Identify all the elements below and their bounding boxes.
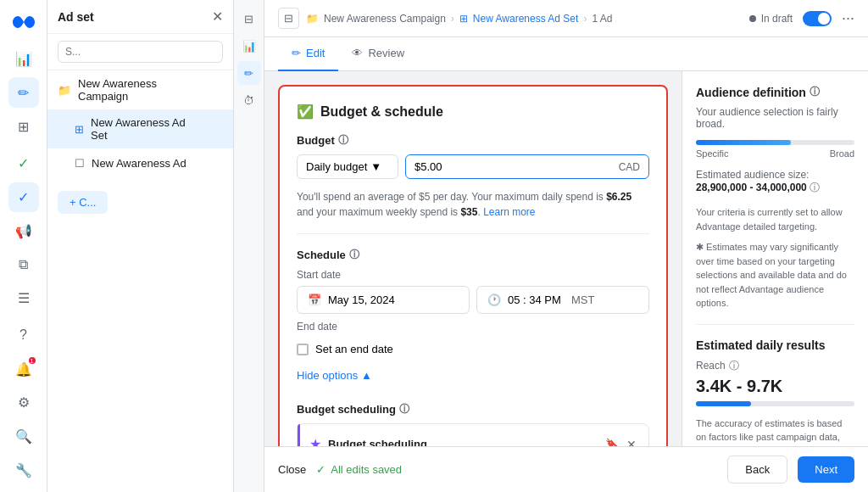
speaker-sidebar-btn[interactable]: 📢 [8,215,39,246]
tab-edit[interactable]: ✏ Edit [278,37,338,71]
chart-sidebar-btn[interactable]: 📊 [8,44,39,75]
nav-item-campaign[interactable]: 📁 New Awareness Campaign ··· [47,70,233,109]
start-date-label: Start date [297,269,649,281]
panel-toggle-btn[interactable]: ⊟ [278,8,299,29]
check-circle-icon: ✅ [297,103,314,120]
audience-bar-track [696,140,854,145]
adset-icon: ⊞ [75,123,84,136]
audience-size: Estimated audience size: 28,900,000 - 34… [696,169,854,195]
meta-logo[interactable] [8,7,39,37]
check-sidebar-btn[interactable]: ✓ [8,148,39,179]
learn-more-link[interactable]: Learn more [483,206,535,218]
panel-icon-btn[interactable]: ⊟ [237,7,261,31]
notification-sidebar-btn[interactable]: 🔔 1 [8,354,39,384]
budget-label: Budget ⓘ [297,133,649,148]
star-icon: ★ [309,436,321,446]
audience-note2-text: Estimates may vary significantly over ti… [696,242,847,308]
back-btn[interactable]: Back [727,456,787,484]
budget-amount-input[interactable] [415,160,619,173]
audience-title: Audience definition ⓘ [696,85,854,99]
budget-type-select[interactable]: Daily budget ▼ [297,154,398,179]
nav-item-ad[interactable]: ☐ New Awareness Ad ··· [47,148,233,177]
rp-divider [696,324,854,325]
end-date-checkbox[interactable] [297,344,309,355]
panel-nav-close-btn[interactable]: ✕ [212,8,223,25]
close-btn[interactable]: Close [278,458,306,481]
start-date-field[interactable]: 📅 May 15, 2024 [297,286,470,314]
end-date-row: Set an end date [297,343,649,355]
status-label: In draft [761,13,793,25]
budget-label-text: Budget [297,134,335,147]
edit-pencil-btn[interactable]: ✏ [237,61,261,85]
audience-size-value: 28,900,000 - 34,000,000 [696,182,807,193]
breadcrumb: 📁 New Awareness Campaign › ⊞ New Awarene… [306,13,612,25]
reach-bar-fill [696,401,751,406]
next-btn[interactable]: Next [798,456,854,483]
menu-sidebar-btn[interactable]: ☰ [8,283,39,314]
tab-review[interactable]: 👁 Review [338,37,418,71]
edr-note: The accuracy of estimates is based on fa… [696,417,854,447]
grid-sidebar-btn[interactable]: ⊞ [8,111,39,142]
tab-review-label: Review [368,47,404,59]
main-content: ⊟ 📁 New Awareness Campaign › ⊞ New Aware… [264,0,868,492]
right-panel: Audience definition ⓘ Your audience sele… [682,71,868,446]
form-card: ✅ Budget & schedule Budget ⓘ Daily budge… [278,85,668,446]
timezone-label: MST [571,294,594,306]
audience-subtitle: Your audience selection is fairly broad. [696,106,854,130]
sidebar-icons: 📊 ✏ ⊞ ✓ ✓ 📢 ⧉ ☰ ? 🔔 1 ⚙ 🔍 🔧 [0,0,47,492]
start-date-group: Start date 📅 May 15, 2024 🕐 05 : 34 PM M… [297,269,649,314]
breadcrumb-adset-icon: ⊞ [459,13,468,25]
bs-info-icon[interactable]: ⓘ [399,402,409,417]
wrench-sidebar-btn[interactable]: 🔧 [8,455,39,485]
search-input[interactable] [58,41,223,63]
clock-icon: 🕐 [487,294,501,306]
audience-size-info-icon[interactable]: ⓘ [810,182,820,193]
budget-scheduling-section: Budget scheduling ⓘ ★ Budget scheduling … [297,402,649,446]
budget-hint: You'll spend an average of $5 per day. Y… [297,189,649,220]
breadcrumb-adset: New Awareness Ad Set [473,13,579,25]
promo-close-btn[interactable]: ✕ [626,438,637,447]
reach-bar-track [696,401,854,406]
edr-title: Estimated daily results [696,338,854,352]
label-specific: Specific [696,148,729,159]
gear-sidebar-btn[interactable]: ⚙ [8,388,39,418]
currency-label: CAD [619,161,640,173]
promo-title: Budget scheduling [328,438,598,446]
layers-sidebar-btn[interactable]: ⧉ [8,249,39,280]
start-time-value: 05 : 34 PM [508,294,561,306]
bs-label-text: Budget scheduling [297,403,396,416]
reach-value: 3.4K - 9.7K [696,377,854,396]
nav-item-adset[interactable]: ⊞ New Awareness Ad Set ··· [47,109,233,148]
budget-type-label: Daily budget [306,160,367,173]
promo-bookmark-btn[interactable]: 🔖 [605,438,620,447]
content-area: ✅ Budget & schedule Budget ⓘ Daily budge… [264,71,868,446]
status-badge: In draft [749,13,793,25]
section-title-text: Budget & schedule [320,104,443,120]
clock-btn[interactable]: ⏱ [237,88,261,112]
budget-row: Daily budget ▼ CAD [297,154,649,179]
panel-nav: Ad set ✕ 📁 New Awareness Campaign ··· ⊞ … [47,0,234,492]
start-time-field[interactable]: 🕐 05 : 34 PM MST [476,286,649,314]
audience-info-icon[interactable]: ⓘ [810,85,820,99]
budget-info-icon[interactable]: ⓘ [338,133,348,148]
check2-sidebar-btn[interactable]: ✓ [8,182,39,213]
search-sidebar-btn[interactable]: 🔍 [8,422,39,452]
add-btn[interactable]: + C... [58,191,108,214]
hide-options-link[interactable]: Hide options ▲ [297,369,372,382]
nav-adset-label: New Awareness Ad Set [91,116,205,142]
audience-bar [696,140,854,145]
sidebar-right: ⊟ 📊 ✏ ⏱ [234,0,264,492]
bar-chart-btn[interactable]: 📊 [237,34,261,58]
toggle-switch[interactable] [803,11,832,26]
promo-card: ★ Budget scheduling 🔖 ✕ You can now sche… [297,423,649,446]
promo-actions: 🔖 ✕ [605,438,637,447]
panel-nav-header: Ad set ✕ [47,0,233,34]
reach-info-icon[interactable]: ⓘ [729,359,739,373]
check-icon: ✓ [316,463,326,476]
pencil-sidebar-btn[interactable]: ✏ [8,77,39,108]
schedule-info-icon[interactable]: ⓘ [349,248,359,262]
breadcrumb-campaign: New Awareness Campaign [324,13,446,25]
question-sidebar-btn[interactable]: ? [8,320,39,350]
top-bar-more-btn[interactable]: ··· [842,9,854,27]
top-bar-actions: In draft ··· [749,9,854,27]
